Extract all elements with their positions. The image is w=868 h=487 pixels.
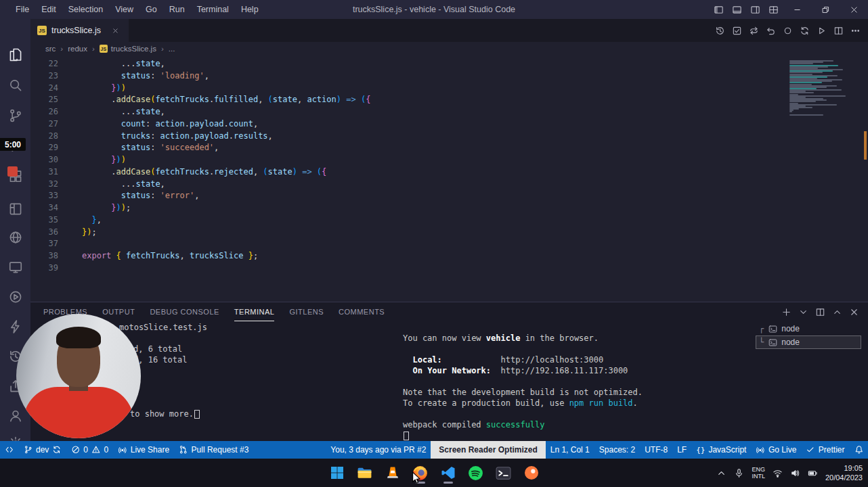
remote-explorer-icon[interactable] [0, 257, 30, 277]
line-number: 32 [30, 179, 77, 191]
menu-help[interactable]: Help [235, 0, 265, 19]
minimize-button[interactable] [783, 0, 811, 19]
editor-layout-icon[interactable] [0, 199, 30, 219]
microphone-icon[interactable] [734, 468, 744, 478]
run-icon[interactable] [813, 22, 830, 39]
code-line-22: 22 ...state, [30, 58, 787, 70]
line-number: 30 [30, 154, 77, 166]
more-icon[interactable] [847, 22, 864, 39]
panel-chevup-icon[interactable] [829, 303, 846, 321]
menu-bar: FileEditSelectionViewGoRunTerminalHelp [9, 0, 265, 19]
breadcrumb-trucksslice-js[interactable]: JStrucksSlice.js [98, 45, 158, 53]
close-window-button[interactable] [840, 0, 868, 19]
line-number: 23 [30, 70, 77, 83]
panel-tab-output[interactable]: OUTPUT [102, 302, 135, 321]
system-tray: ENG INTL 19:05 20/04/2023 [716, 459, 863, 487]
process-label: node [781, 338, 800, 347]
explorer-icon[interactable] [0, 45, 30, 65]
tasks-icon[interactable] [729, 22, 745, 39]
code-line-35: 35 }, [30, 214, 787, 227]
blame-info[interactable]: You, 3 days ago via PR #2 [326, 441, 431, 459]
customize-layout-icon[interactable] [764, 0, 783, 19]
toggle-panel-icon[interactable] [728, 0, 746, 19]
file-explorer-taskbar-icon[interactable] [356, 462, 373, 484]
prettier-item[interactable]: Prettier [801, 441, 849, 459]
menu-selection[interactable]: Selection [62, 0, 109, 19]
network-icon[interactable] [773, 468, 783, 478]
undo-icon[interactable] [762, 22, 779, 39]
clock[interactable]: 19:05 20/04/2023 [825, 463, 863, 483]
menu-terminal[interactable]: Terminal [191, 0, 235, 19]
language-mode-item[interactable]: {} JavaScript [691, 441, 751, 459]
pull-request-button[interactable]: Pull Request #3 [174, 441, 253, 459]
problems-item[interactable]: 0 0 [66, 441, 113, 459]
panel-plus-icon[interactable] [778, 303, 795, 321]
menu-view[interactable]: View [109, 0, 139, 19]
run-app-icon[interactable] [0, 287, 30, 307]
panel-tab-gitlens[interactable]: GITLENS [289, 302, 324, 321]
terminal-process-node[interactable]: ┌node [756, 322, 861, 335]
menu-edit[interactable]: Edit [35, 0, 62, 19]
history-icon[interactable] [712, 22, 729, 39]
breadcrumb-src[interactable]: src [44, 45, 57, 53]
code-editor[interactable]: 22 ...state,23 status: 'loading',24 }))2… [30, 55, 868, 302]
terminal-line: webpack compiled successfully [403, 419, 643, 430]
panel-close-icon[interactable] [846, 303, 863, 321]
recording-indicator[interactable] [7, 166, 18, 177]
remote-indicator[interactable] [0, 441, 19, 459]
panel-chevdown-icon[interactable] [795, 303, 812, 321]
source-control-icon[interactable] [0, 106, 30, 126]
split-icon[interactable] [830, 22, 847, 39]
menu-file[interactable]: File [9, 0, 35, 19]
indentation-item[interactable]: Spaces: 2 [594, 441, 640, 459]
restore-button[interactable] [811, 0, 840, 19]
menu-run[interactable]: Run [163, 0, 191, 19]
breadcrumb-redux[interactable]: redux [66, 45, 89, 53]
live-share-button[interactable]: Live Share [113, 441, 174, 459]
terminal-cursor [194, 410, 200, 419]
panel-split-icon[interactable] [812, 303, 829, 321]
tab-close-icon[interactable] [110, 24, 122, 37]
screen-reader-optimized-button[interactable]: Screen Reader Optimized [431, 441, 545, 459]
vscode-taskbar-icon[interactable] [439, 462, 456, 484]
code-line-36: 36}); [30, 227, 787, 239]
vlc-taskbar-icon[interactable] [384, 462, 401, 484]
git-branch-item[interactable]: dev [19, 441, 66, 459]
search-icon[interactable] [0, 75, 30, 95]
terminal-process-node[interactable]: └node [756, 335, 861, 349]
eol-item[interactable]: LF [672, 441, 691, 459]
postman-taskbar-icon[interactable] [523, 462, 540, 484]
title-bar: FileEditSelectionViewGoRunTerminalHelp t… [0, 0, 868, 19]
menu-go[interactable]: Go [139, 0, 163, 19]
start-taskbar-icon[interactable] [328, 462, 345, 484]
record-icon[interactable] [779, 22, 796, 39]
os-taskbar: ENG INTL 19:05 20/04/2023 [0, 459, 868, 487]
line-number: 27 [30, 118, 77, 131]
sync-icon[interactable] [796, 22, 813, 39]
minimap[interactable] [787, 57, 852, 298]
code-line-38: 38export { fetchTrucks, trucksSlice }; [30, 250, 787, 262]
volume-icon[interactable] [790, 468, 800, 478]
compare-icon[interactable] [745, 22, 762, 39]
terminal-taskbar-icon[interactable] [495, 462, 512, 484]
go-live-button[interactable]: Go Live [751, 441, 801, 459]
tray-expand-icon[interactable] [716, 468, 726, 478]
cursor-position[interactable]: Ln 1, Col 1 [546, 441, 594, 459]
language-indicator[interactable]: ENG INTL [752, 466, 765, 480]
terminal-test-output: motosSlice.test.js [119, 323, 207, 332]
thunder-client-icon[interactable] [0, 317, 30, 337]
spotify-taskbar-icon[interactable] [467, 462, 484, 484]
toggle-secondary-sidebar-icon[interactable] [746, 0, 764, 19]
encoding-item[interactable]: UTF-8 [640, 441, 672, 459]
panel-tab-terminal[interactable]: TERMINAL [234, 302, 275, 321]
branch-name: dev [36, 445, 49, 455]
panel-tab-debug-console[interactable]: DEBUG CONSOLE [150, 302, 219, 321]
panel-tab-comments[interactable]: COMMENTS [339, 302, 385, 321]
code-line-26: 26 ...state, [30, 106, 787, 118]
tab-trucksslice-js[interactable]: JS trucksSlice.js [30, 19, 129, 42]
toggle-primary-sidebar-icon[interactable] [710, 0, 728, 19]
live-share-icon[interactable] [0, 227, 30, 248]
breadcrumb--[interactable]: ... [167, 45, 177, 53]
battery-icon[interactable] [808, 468, 818, 478]
notifications-bell[interactable] [850, 441, 868, 459]
